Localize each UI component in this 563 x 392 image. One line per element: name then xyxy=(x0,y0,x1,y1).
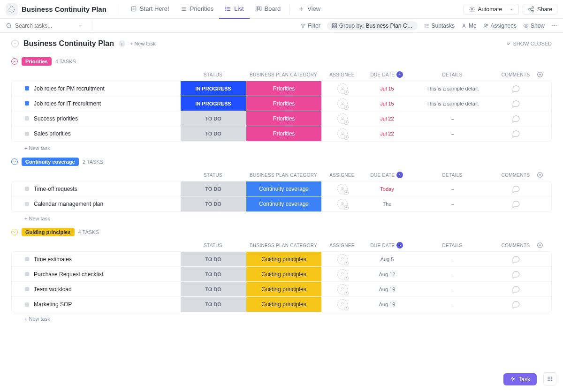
group-collapse-icon[interactable] xyxy=(11,229,18,235)
add-view[interactable]: View xyxy=(292,0,326,19)
status-cell[interactable]: TO DO xyxy=(181,181,246,196)
group-collapse-icon[interactable] xyxy=(11,58,18,65)
category-cell[interactable]: Priorities xyxy=(246,96,321,111)
more-icon[interactable]: ··· xyxy=(551,23,557,29)
category-cell[interactable]: Continuity coverage xyxy=(246,196,321,211)
task-row[interactable]: Team workload TO DO Guiding principles +… xyxy=(12,282,551,297)
category-cell[interactable]: Priorities xyxy=(246,126,321,141)
tab-priorities[interactable]: Priorities xyxy=(175,0,220,19)
task-row[interactable]: Marketing SOP TO DO Guiding principles +… xyxy=(12,297,551,312)
assignee-cell[interactable]: + xyxy=(321,254,364,264)
automate-button[interactable]: Automate xyxy=(464,4,519,15)
add-column-icon[interactable] xyxy=(537,240,551,250)
details-cell[interactable]: – xyxy=(411,186,495,192)
task-row[interactable]: Purchase Request checklist TO DO Guiding… xyxy=(12,267,551,282)
due-date-cell[interactable]: Today xyxy=(364,186,411,192)
col-comments[interactable]: COMMENTS xyxy=(495,70,537,79)
tab-board[interactable]: Board xyxy=(250,0,287,19)
status-cell[interactable]: TO DO xyxy=(181,252,246,266)
col-comments[interactable]: COMMENTS xyxy=(495,241,537,250)
assignee-cell[interactable]: + xyxy=(321,184,364,194)
comments-cell[interactable] xyxy=(495,99,537,108)
new-task-fab[interactable]: Task xyxy=(503,373,537,385)
col-due[interactable]: DUE DATE xyxy=(363,69,410,80)
comments-cell[interactable] xyxy=(495,114,537,123)
assignee-cell[interactable]: + xyxy=(321,98,364,109)
apps-launcher[interactable] xyxy=(543,372,556,385)
new-task-row[interactable]: + New task xyxy=(11,212,552,221)
task-row[interactable]: Job roles for IT recruitment IN PROGRESS… xyxy=(12,96,551,111)
details-cell[interactable]: – xyxy=(411,201,495,207)
group-label[interactable]: Priorities xyxy=(22,57,52,66)
status-cell[interactable]: TO DO xyxy=(181,126,246,141)
category-cell[interactable]: Guiding principles xyxy=(246,282,321,296)
status-cell[interactable]: IN PROGRESS xyxy=(181,96,246,111)
show-closed-button[interactable]: SHOW CLOSED xyxy=(506,41,552,46)
details-cell[interactable]: – xyxy=(411,286,495,292)
assignee-cell[interactable]: + xyxy=(321,199,364,209)
details-cell[interactable]: – xyxy=(411,302,495,307)
task-row[interactable]: Calendar management plan TO DO Continuit… xyxy=(12,196,551,211)
col-details[interactable]: DETAILS xyxy=(410,171,495,180)
details-cell[interactable]: – xyxy=(411,256,495,262)
add-column-icon[interactable] xyxy=(537,170,551,180)
col-category[interactable]: BUSINESS PLAN CATEGORY xyxy=(246,241,321,250)
col-due[interactable]: DUE DATE xyxy=(363,240,410,250)
category-cell[interactable]: Guiding principles xyxy=(246,297,321,312)
sort-indicator-icon[interactable] xyxy=(396,71,403,78)
status-cell[interactable]: TO DO xyxy=(181,267,246,281)
group-label[interactable]: Continuity coverage xyxy=(22,158,79,166)
task-row[interactable]: Time-off requests TO DO Continuity cover… xyxy=(12,181,551,196)
details-cell[interactable]: This is a sample detail. xyxy=(411,86,495,91)
details-cell[interactable]: – xyxy=(411,116,495,121)
comments-cell[interactable] xyxy=(495,129,537,138)
chevron-down-icon[interactable] xyxy=(505,7,514,12)
task-row[interactable]: Time estimates TO DO Guiding principles … xyxy=(12,252,551,267)
assignee-add-icon[interactable]: + xyxy=(337,199,348,209)
col-details[interactable]: DETAILS xyxy=(410,241,495,250)
details-cell[interactable]: – xyxy=(411,131,495,136)
sort-indicator-icon[interactable] xyxy=(396,242,403,249)
col-status[interactable]: STATUS xyxy=(180,70,246,79)
new-task-row[interactable]: + New task xyxy=(11,312,552,322)
col-assignee[interactable]: ASSIGNEE xyxy=(321,70,363,79)
task-row[interactable]: Job roles for PM recruitment IN PROGRESS… xyxy=(12,81,551,96)
col-status[interactable]: STATUS xyxy=(180,241,246,250)
group-label[interactable]: Guiding principles xyxy=(22,228,75,236)
collapse-all-icon[interactable] xyxy=(11,40,19,47)
assignee-add-icon[interactable]: + xyxy=(337,254,348,264)
assignee-add-icon[interactable]: + xyxy=(337,128,348,139)
col-comments[interactable]: COMMENTS xyxy=(495,171,537,180)
comments-cell[interactable] xyxy=(495,255,537,264)
new-task-row[interactable]: + New task xyxy=(11,142,552,151)
col-assignee[interactable]: ASSIGNEE xyxy=(321,171,363,180)
show-button[interactable]: Show xyxy=(523,23,545,29)
assignee-add-icon[interactable]: + xyxy=(337,184,348,194)
col-due[interactable]: DUE DATE xyxy=(363,170,410,180)
filter-button[interactable]: Filter xyxy=(300,23,320,29)
comments-cell[interactable] xyxy=(495,84,537,93)
col-details[interactable]: DETAILS xyxy=(410,70,495,79)
category-cell[interactable]: Priorities xyxy=(246,111,321,126)
assignee-cell[interactable]: + xyxy=(321,299,364,309)
comments-cell[interactable] xyxy=(495,300,537,309)
col-status[interactable]: STATUS xyxy=(180,171,246,180)
assignee-add-icon[interactable]: + xyxy=(337,98,348,109)
due-date-cell[interactable]: Aug 5 xyxy=(364,256,411,262)
status-cell[interactable]: TO DO xyxy=(181,196,246,211)
assignee-cell[interactable]: + xyxy=(321,113,364,124)
due-date-cell[interactable]: Aug 12 xyxy=(364,271,411,277)
chevron-down-icon[interactable] xyxy=(78,23,83,28)
subtasks-button[interactable]: Subtasks xyxy=(424,23,455,29)
comments-cell[interactable] xyxy=(495,200,537,208)
me-button[interactable]: Me xyxy=(461,23,477,29)
group-by-chip[interactable]: Group by: Business Plan C… xyxy=(327,21,418,30)
due-date-cell[interactable]: Aug 19 xyxy=(364,286,411,292)
details-cell[interactable]: – xyxy=(411,271,495,277)
assignee-add-icon[interactable]: + xyxy=(337,284,348,294)
comments-cell[interactable] xyxy=(495,285,537,294)
search-input[interactable] xyxy=(15,23,71,29)
due-date-cell[interactable]: Aug 19 xyxy=(364,302,411,307)
search-box[interactable] xyxy=(6,23,71,29)
category-cell[interactable]: Guiding principles xyxy=(246,267,321,281)
